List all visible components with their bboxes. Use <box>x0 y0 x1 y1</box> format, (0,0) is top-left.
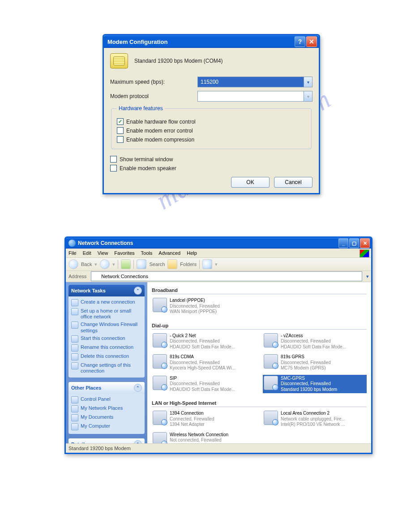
connection-name: 819s GPRS <box>281 354 331 360</box>
connection-name: 1394 Connection <box>170 411 214 416</box>
connection-icon <box>264 354 278 369</box>
folders-icon[interactable] <box>167 259 177 269</box>
connection-item[interactable]: 1394 ConnectionConnected, Firewalled1394… <box>152 410 256 429</box>
group-header: Broadband <box>152 285 367 294</box>
search-icon[interactable] <box>137 259 146 269</box>
max-speed-label: Maximum speed (bps): <box>110 79 197 85</box>
connection-name: Landcel (PPPOE) <box>170 298 220 304</box>
address-field[interactable]: Network Connections <box>91 271 362 281</box>
terminal-checkbox[interactable] <box>110 156 117 163</box>
task-icon <box>71 322 78 329</box>
sidebar-task-link[interactable]: Change settings of this connection <box>71 361 142 375</box>
collapse-icon[interactable]: ⌃ <box>134 287 142 295</box>
folders-label[interactable]: Folders <box>180 262 197 267</box>
connection-icon <box>153 411 167 425</box>
speaker-checkbox[interactable] <box>110 165 117 172</box>
help-button[interactable]: ? <box>295 36 305 47</box>
connection-state: Disconnected, Firewalled <box>170 304 220 309</box>
group-header: LAN or High-Speed Internet <box>152 398 367 407</box>
search-label[interactable]: Search <box>149 262 165 267</box>
address-bar: Address Network Connections ▾ <box>66 271 371 282</box>
connection-item[interactable]: - vZAccessDisconnected, FirewalledHDAUDI… <box>263 332 367 351</box>
cancel-button[interactable]: Cancel <box>274 177 313 188</box>
sidebar-task-link[interactable]: Change Windows Firewall settings <box>71 321 142 334</box>
sidebar-task-link[interactable]: Set up a home or small office network <box>71 307 142 321</box>
place-label: Control Panel <box>81 396 111 402</box>
windows-flag-icon <box>360 249 369 257</box>
collapse-icon[interactable]: ⌃ <box>134 384 142 392</box>
task-label: Change settings of this connection <box>81 362 142 374</box>
connection-item[interactable]: Wireless Network ConnectionNot connected… <box>152 431 256 444</box>
connection-name: - vZAccess <box>281 333 346 339</box>
menu-advanced[interactable]: Advanced <box>158 250 180 256</box>
connection-item[interactable]: SIPDisconnected, FirewalledHDAUDIO Soft … <box>152 375 256 394</box>
place-label: My Documents <box>81 414 113 420</box>
connection-icon <box>153 298 167 312</box>
connection-name: SIP <box>170 376 235 382</box>
connection-icon <box>153 376 167 390</box>
sidebar-place-link[interactable]: My Network Places <box>71 404 142 413</box>
sidebar-task-link[interactable]: Start this connection <box>71 335 142 343</box>
connection-state: Connected, Firewalled <box>170 416 214 422</box>
sidebar-task-link[interactable]: Delete this connection <box>71 352 142 361</box>
sidebar-place-link[interactable]: Control Panel <box>71 395 142 404</box>
close-button[interactable]: ✕ <box>360 238 370 248</box>
up-icon[interactable] <box>121 259 131 269</box>
connection-device: Kyocera High-Speed CDMA Wi... <box>170 365 235 371</box>
compression-checkbox[interactable] <box>117 136 124 143</box>
menu-edit[interactable]: Edit <box>83 250 91 256</box>
close-button[interactable]: ✕ <box>306 36 317 47</box>
connection-item[interactable]: Landcel (PPPOE)Disconnected, FirewalledW… <box>152 297 367 316</box>
err-control-label: Enable modem error control <box>126 128 193 134</box>
back-label[interactable]: Back <box>81 262 92 267</box>
terminal-label: Show terminal window <box>120 156 173 163</box>
max-speed-combo[interactable]: 115200 ▾ <box>197 77 313 87</box>
hw-flow-checkbox[interactable] <box>117 118 124 125</box>
connection-item[interactable]: Local Area Connection 2Network cable unp… <box>263 410 367 429</box>
menu-view[interactable]: View <box>98 250 108 256</box>
sidebar: Network Tasks ⌃ Create a new connectionS… <box>66 282 147 443</box>
views-icon[interactable] <box>202 259 212 269</box>
chevron-down-icon: ▾ <box>304 91 312 101</box>
sidebar-task-link[interactable]: Create a new connection <box>71 298 142 307</box>
place-icon <box>71 414 78 421</box>
connection-device: Standard 19200 bps Modem <box>281 387 337 393</box>
minimize-button[interactable]: _ <box>338 238 348 248</box>
connection-icon <box>153 333 167 348</box>
menu-file[interactable]: File <box>68 250 77 256</box>
connection-name: Wireless Network Connection <box>170 432 235 438</box>
place-label: My Network Places <box>81 405 123 411</box>
connection-state: Network cable unplugged, Fire... <box>281 416 345 422</box>
address-label: Address <box>66 274 89 279</box>
menu-tools[interactable]: Tools <box>141 250 153 256</box>
connection-item[interactable]: 819s GPRSDisconnected, FirewalledMC75 Mo… <box>263 353 367 372</box>
err-control-checkbox[interactable] <box>117 127 124 134</box>
collapse-icon[interactable]: ⌃ <box>134 440 142 443</box>
maximize-button[interactable]: ▢ <box>349 238 359 248</box>
connection-item[interactable]: SMC-GPRSDisconnected, FirewalledStandard… <box>263 375 367 394</box>
menu-help[interactable]: Help <box>187 250 197 256</box>
toolbar: Back ▾ ▾ Search Folders ▾ <box>66 258 371 271</box>
forward-icon[interactable] <box>100 259 110 269</box>
connection-name: SMC-GPRS <box>281 376 337 382</box>
other-places-panel: Other Places ⌃ Control PanelMy Network P… <box>68 382 145 434</box>
connection-name: - Quick 2 Net <box>170 333 235 339</box>
chevron-down-icon[interactable]: ▾ <box>304 77 312 87</box>
sidebar-task-link[interactable]: Rename this connection <box>71 343 142 352</box>
network-tasks-title: Network Tasks <box>71 288 106 293</box>
ok-button[interactable]: OK <box>231 177 270 188</box>
chevron-down-icon[interactable]: ▾ <box>364 274 371 279</box>
back-icon[interactable] <box>68 259 78 269</box>
connection-item[interactable]: 819s CDMADisconnected, FirewalledKyocera… <box>152 353 256 372</box>
connection-device: MC75 Modem (GPRS) <box>281 365 331 371</box>
task-icon <box>71 353 78 360</box>
task-icon <box>71 344 78 352</box>
menubar: File Edit View Favorites Tools Advanced … <box>66 249 371 258</box>
sidebar-place-link[interactable]: My Computer <box>71 422 142 431</box>
sidebar-place-link[interactable]: My Documents <box>71 413 142 422</box>
connection-item[interactable]: - Quick 2 NetDisconnected, FirewalledHDA… <box>152 332 256 351</box>
menu-favorites[interactable]: Favorites <box>114 250 134 256</box>
connection-device: HDAUDIO Soft Data Fax Mode... <box>170 344 235 350</box>
network-icon <box>93 273 99 279</box>
modem-config-dialog: Modem Configuration ? ✕ Standard 19200 b… <box>103 34 320 194</box>
